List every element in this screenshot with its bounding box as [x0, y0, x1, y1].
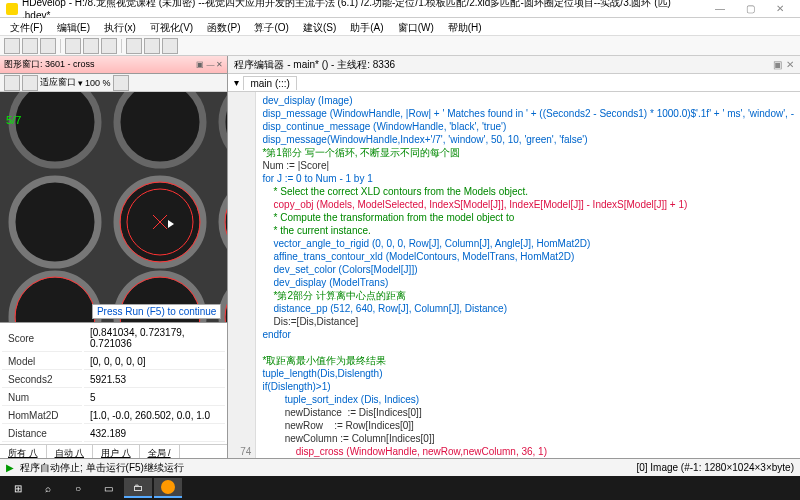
menubar: 文件(F) 编辑(E) 执行(x) 可视化(V) 函数(P) 算子(O) 建议(… [0, 18, 800, 36]
main-area: 图形窗口: 3601 - cross ▣ — ✕ 适应窗口 ▾ 100 % [0, 56, 800, 458]
svg-point-4 [12, 179, 98, 265]
tb-cut-icon[interactable] [65, 38, 81, 54]
tab-user[interactable]: 用户 八 [93, 445, 140, 458]
var-row: Num5 [2, 390, 225, 406]
graphics-window-header: 图形窗口: 3601 - cross ▣ — ✕ [0, 56, 227, 74]
cortana-icon[interactable]: ○ [64, 478, 92, 498]
menu-run[interactable]: 执行(x) [98, 20, 142, 33]
fit-window-label[interactable]: 适应窗口 [40, 76, 76, 89]
zoom-level[interactable]: 100 % [85, 78, 111, 88]
gw-close-icon[interactable]: ✕ [216, 60, 223, 69]
minimize-button[interactable]: — [706, 3, 734, 14]
taskbar: ⊞ ⌕ ○ ▭ 🗀 [0, 476, 800, 500]
var-row: Score[0.841034, 0.723179, 0.721036 [2, 325, 225, 352]
var-row: Distance432.189 [2, 426, 225, 442]
menu-suggest[interactable]: 建议(S) [297, 20, 342, 33]
menu-edit[interactable]: 编辑(E) [51, 20, 96, 33]
menu-func[interactable]: 函数(P) [201, 20, 246, 33]
program-editor-title: 程序编辑器 - main* () - 主线程: 8336 [234, 58, 395, 72]
tb-stop-icon[interactable] [162, 38, 178, 54]
menu-assist[interactable]: 助手(A) [344, 20, 389, 33]
var-row: Seconds25921.53 [2, 372, 225, 388]
menu-help[interactable]: 帮助(H) [442, 20, 488, 33]
app-icon [6, 3, 18, 15]
tb-new-icon[interactable] [4, 38, 20, 54]
gw-tool2-icon[interactable] [22, 75, 38, 91]
press-run-overlay: Press Run (F5) to continue [92, 304, 222, 319]
right-column: 程序编辑器 - main* () - 主线程: 8336 ▣ ✕ ▾ main … [228, 56, 800, 458]
start-button[interactable]: ⊞ [4, 478, 32, 498]
status-play-icon: ▶ [6, 462, 14, 473]
main-toolbar [0, 36, 800, 56]
tb-step-icon[interactable] [144, 38, 160, 54]
program-editor-header: 程序编辑器 - main* () - 主线程: 8336 ▣ ✕ [228, 56, 800, 74]
tb-paste-icon[interactable] [101, 38, 117, 54]
hdevelop-task-icon[interactable] [154, 478, 182, 498]
graphics-window-title: 图形窗口: 3601 - cross [4, 58, 95, 71]
gw-tool-icon[interactable] [4, 75, 20, 91]
left-column: 图形窗口: 3601 - cross ▣ — ✕ 适应窗口 ▾ 100 % [0, 56, 228, 458]
tb-open-icon[interactable] [22, 38, 38, 54]
svg-point-1 [12, 92, 98, 165]
tab-global[interactable]: 全局 / [140, 445, 180, 458]
taskview-icon[interactable]: ▭ [94, 478, 122, 498]
tb-run-icon[interactable] [126, 38, 142, 54]
menu-window[interactable]: 窗口(W) [392, 20, 440, 33]
svg-point-2 [117, 92, 203, 165]
graphics-canvas[interactable]: 5/7 Press Run (F5) to continue [0, 92, 227, 322]
var-row: HomMat2D[1.0, -0.0, 260.502, 0.0, 1.0 [2, 408, 225, 424]
gw-tool3-icon[interactable] [113, 75, 129, 91]
status-text: 程序自动停止; 单击运行(F5)继续运行 [20, 461, 184, 475]
tb-copy-icon[interactable] [83, 38, 99, 54]
var-row: Model[0, 0, 0, 0, 0] [2, 354, 225, 370]
tab-auto[interactable]: 自动 八 [47, 445, 94, 458]
variable-tabs: 所有 八 自动 八 用户 八 全局 / [0, 444, 227, 458]
maximize-button[interactable]: ▢ [736, 3, 764, 14]
menu-file[interactable]: 文件(F) [4, 20, 49, 33]
window-controls: — ▢ ✕ [706, 3, 794, 14]
tb-save-icon[interactable] [40, 38, 56, 54]
rings-image [0, 92, 227, 322]
tab-all[interactable]: 所有 八 [0, 445, 47, 458]
gw-dock-icon[interactable]: ▣ [196, 60, 204, 69]
editor-tab-bar: ▾ main (:::) [228, 74, 800, 92]
tab-dropdown-icon[interactable]: ▾ [234, 77, 239, 88]
pe-close-icon[interactable]: ✕ [786, 59, 794, 70]
status-image-info: [0] Image (#-1: 1280×1024×3×byte) [636, 462, 794, 473]
graphics-toolbar: 适应窗口 ▾ 100 % [0, 74, 227, 92]
menu-visual[interactable]: 可视化(V) [144, 20, 199, 33]
line-gutter: 74757677787980818283 [228, 92, 256, 458]
menu-op[interactable]: 算子(O) [248, 20, 294, 33]
code-editor[interactable]: 74757677787980818283 dev_display (Image)… [228, 92, 800, 458]
tab-main[interactable]: main (:::) [243, 76, 296, 90]
search-icon[interactable]: ⌕ [34, 478, 62, 498]
titlebar: HDevelop - H:/8.龙熊视觉课程 (未加密) --视觉四大应用开发的… [0, 0, 800, 18]
statusbar: ▶ 程序自动停止; 单击运行(F5)继续运行 [0] Image (#-1: 1… [0, 458, 800, 476]
pe-dock-icon[interactable]: ▣ [773, 59, 782, 70]
close-button[interactable]: ✕ [766, 3, 794, 14]
variables-table: Score[0.841034, 0.723179, 0.721036 Model… [0, 323, 227, 444]
explorer-icon[interactable]: 🗀 [124, 478, 152, 498]
ratio-overlay: 5/7 [6, 114, 21, 126]
variables-panel: Score[0.841034, 0.723179, 0.721036 Model… [0, 322, 227, 458]
gw-min-icon[interactable]: — [206, 60, 214, 69]
code-body[interactable]: dev_display (Image)disp_message (WindowH… [256, 92, 800, 458]
